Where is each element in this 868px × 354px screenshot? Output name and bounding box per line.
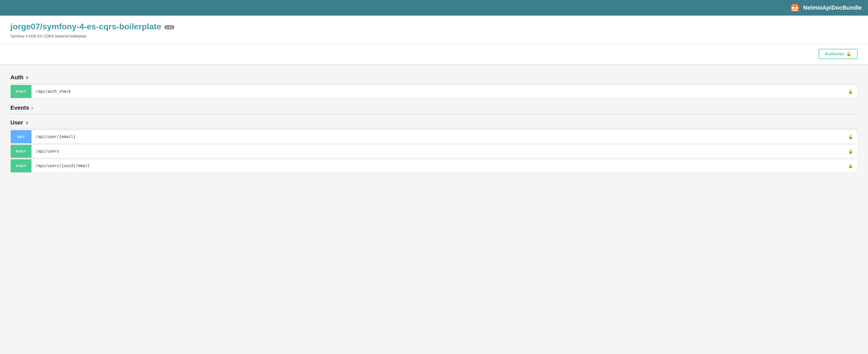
endpoint-path-post-users: /api/users — [31, 149, 844, 153]
main-content: Auth ∨ POST /api/auth_check 🔒 Events › U… — [0, 65, 868, 180]
lock-icon: 🔓 — [846, 51, 851, 57]
section-events-title: Events — [10, 105, 29, 111]
section-user-header[interactable]: User ∨ — [10, 115, 858, 129]
method-badge-post: POST — [11, 85, 31, 98]
svg-rect-4 — [792, 4, 798, 6]
method-badge-post-uuid: POST — [11, 159, 31, 172]
authorize-button[interactable]: Authorize 🔓 — [818, 49, 858, 59]
navbar-logo-icon — [789, 2, 801, 13]
endpoint-post-users[interactable]: POST /api/users 🔒 — [10, 144, 858, 158]
app-description: Symfony 4 DDD ES CQRS backend boilerplat… — [10, 34, 858, 38]
svg-point-6 — [796, 5, 797, 6]
section-events-chevron: › — [31, 105, 33, 111]
section-auth-header[interactable]: Auth ∨ — [10, 70, 858, 84]
section-user-chevron: ∨ — [25, 120, 29, 126]
method-badge-get: GET — [11, 130, 31, 143]
endpoint-post-users-uuid-email[interactable]: POST /api/users/{uuid}/email 🔒 — [10, 159, 858, 173]
section-events-header[interactable]: Events › — [10, 100, 858, 114]
section-events: Events › — [10, 100, 858, 114]
endpoint-path-auth-check: /api/auth_check — [31, 89, 844, 94]
endpoint-lock-icon-3: 🔒 — [844, 164, 857, 169]
section-auth-chevron: ∨ — [26, 75, 29, 80]
endpoint-get-user-email[interactable]: GET /api/user/{email} 🔒 — [10, 130, 858, 143]
auth-endpoints-list: POST /api/auth_check 🔒 — [10, 85, 858, 98]
endpoint-lock-icon: 🔒 — [844, 89, 857, 94]
user-endpoints-list: GET /api/user/{email} 🔒 POST /api/users … — [10, 130, 858, 173]
endpoint-path-post-uuid-email: /api/users/{uuid}/email — [31, 164, 844, 168]
svg-rect-1 — [792, 7, 794, 9]
endpoint-lock-icon-1: 🔒 — [844, 134, 857, 139]
navbar: NelmioApiDocBundle — [0, 0, 868, 15]
section-user: User ∨ GET /api/user/{email} 🔒 POST /api… — [10, 115, 858, 173]
endpoint-lock-icon-2: 🔒 — [844, 149, 857, 154]
section-user-title: User — [10, 119, 23, 126]
app-header: jorge07/symfony-4-es-cqrs-boilerplate 1.… — [0, 15, 868, 44]
navbar-title: NelmioApiDocBundle — [803, 4, 862, 11]
endpoint-path-get-user: /api/user/{email} — [31, 134, 844, 139]
section-auth-title: Auth — [10, 74, 23, 81]
section-auth: Auth ∨ POST /api/auth_check 🔒 — [10, 70, 858, 98]
svg-point-5 — [793, 5, 794, 6]
authorize-label: Authorize — [825, 52, 844, 57]
app-title-row: jorge07/symfony-4-es-cqrs-boilerplate 1.… — [10, 22, 858, 31]
navbar-brand: NelmioApiDocBundle — [789, 2, 862, 13]
svg-rect-3 — [792, 10, 798, 11]
method-badge-post-users: POST — [11, 145, 31, 158]
endpoint-post-auth-check[interactable]: POST /api/auth_check 🔒 — [10, 85, 858, 98]
svg-rect-2 — [796, 7, 798, 9]
app-title: jorge07/symfony-4-es-cqrs-boilerplate — [10, 22, 161, 31]
authorize-bar: Authorize 🔓 — [0, 44, 868, 65]
version-badge: 1.0.0 — [164, 25, 174, 29]
